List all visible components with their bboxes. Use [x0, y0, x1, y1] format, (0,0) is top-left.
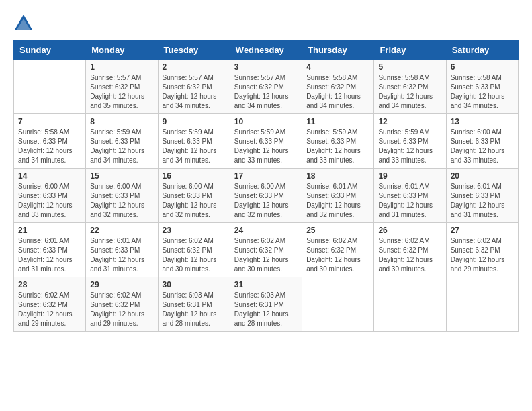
day-number: 23 — [163, 226, 226, 235]
day-header-thursday: Thursday — [302, 41, 374, 60]
day-number: 3 — [234, 62, 298, 72]
day-number: 6 — [451, 62, 514, 72]
calendar-cell: 31Sunrise: 6:03 AMSunset: 6:31 PMDayligh… — [230, 277, 302, 332]
day-number: 18 — [306, 171, 369, 181]
day-header-saturday: Saturday — [446, 41, 518, 60]
calendar-cell: 27Sunrise: 6:02 AMSunset: 6:32 PMDayligh… — [446, 223, 518, 277]
calendar-cell: 10Sunrise: 5:59 AMSunset: 6:33 PMDayligh… — [230, 114, 302, 169]
logo — [13, 13, 36, 34]
cell-daylight-info: Sunrise: 6:03 AMSunset: 6:31 PMDaylight:… — [234, 291, 298, 328]
week-row-4: 21Sunrise: 6:01 AMSunset: 6:33 PMDayligh… — [14, 223, 519, 277]
calendar-cell: 30Sunrise: 6:03 AMSunset: 6:31 PMDayligh… — [158, 277, 230, 332]
logo-icon — [13, 13, 34, 34]
day-number: 8 — [90, 117, 153, 126]
calendar-cell: 28Sunrise: 6:02 AMSunset: 6:32 PMDayligh… — [14, 277, 86, 332]
cell-daylight-info: Sunrise: 6:02 AMSunset: 6:32 PMDaylight:… — [163, 236, 226, 274]
week-row-5: 28Sunrise: 6:02 AMSunset: 6:32 PMDayligh… — [14, 277, 519, 332]
day-number: 19 — [378, 171, 441, 181]
calendar-table: SundayMondayTuesdayWednesdayThursdayFrid… — [13, 40, 519, 332]
cell-daylight-info: Sunrise: 5:59 AMSunset: 6:33 PMDaylight:… — [306, 128, 369, 165]
calendar-cell: 15Sunrise: 6:00 AMSunset: 6:33 PMDayligh… — [86, 169, 158, 223]
cell-daylight-info: Sunrise: 6:01 AMSunset: 6:33 PMDaylight:… — [451, 182, 514, 220]
calendar-cell — [446, 277, 518, 332]
calendar-cell: 19Sunrise: 6:01 AMSunset: 6:33 PMDayligh… — [374, 169, 446, 223]
calendar-cell: 23Sunrise: 6:02 AMSunset: 6:32 PMDayligh… — [158, 223, 230, 277]
cell-daylight-info: Sunrise: 5:59 AMSunset: 6:33 PMDaylight:… — [163, 128, 226, 165]
calendar-cell: 20Sunrise: 6:01 AMSunset: 6:33 PMDayligh… — [446, 169, 518, 223]
cell-daylight-info: Sunrise: 5:59 AMSunset: 6:33 PMDaylight:… — [234, 128, 298, 165]
calendar-cell: 13Sunrise: 6:00 AMSunset: 6:33 PMDayligh… — [446, 114, 518, 169]
day-number: 12 — [378, 117, 441, 126]
cell-daylight-info: Sunrise: 6:00 AMSunset: 6:33 PMDaylight:… — [90, 182, 153, 220]
calendar-cell: 7Sunrise: 5:58 AMSunset: 6:33 PMDaylight… — [14, 114, 86, 169]
cell-daylight-info: Sunrise: 6:00 AMSunset: 6:33 PMDaylight:… — [163, 182, 226, 220]
calendar-header: SundayMondayTuesdayWednesdayThursdayFrid… — [14, 41, 519, 60]
cell-daylight-info: Sunrise: 5:57 AMSunset: 6:32 PMDaylight:… — [163, 73, 226, 111]
calendar-cell — [374, 277, 446, 332]
week-row-2: 7Sunrise: 5:58 AMSunset: 6:33 PMDaylight… — [14, 114, 519, 169]
day-number: 15 — [90, 171, 153, 181]
cell-daylight-info: Sunrise: 6:02 AMSunset: 6:32 PMDaylight:… — [306, 236, 369, 274]
day-number: 9 — [163, 117, 226, 126]
calendar-cell: 12Sunrise: 5:59 AMSunset: 6:33 PMDayligh… — [374, 114, 446, 169]
day-number: 24 — [234, 226, 298, 235]
calendar-cell: 5Sunrise: 5:58 AMSunset: 6:32 PMDaylight… — [374, 60, 446, 114]
cell-daylight-info: Sunrise: 6:01 AMSunset: 6:33 PMDaylight:… — [90, 236, 153, 274]
calendar-cell: 16Sunrise: 6:00 AMSunset: 6:33 PMDayligh… — [158, 169, 230, 223]
calendar-cell: 14Sunrise: 6:00 AMSunset: 6:33 PMDayligh… — [14, 169, 86, 223]
day-number: 30 — [163, 280, 226, 289]
cell-daylight-info: Sunrise: 5:59 AMSunset: 6:33 PMDaylight:… — [90, 128, 153, 165]
day-number: 31 — [234, 280, 298, 289]
cell-daylight-info: Sunrise: 6:02 AMSunset: 6:32 PMDaylight:… — [378, 236, 441, 274]
calendar-cell: 4Sunrise: 5:58 AMSunset: 6:32 PMDaylight… — [302, 60, 374, 114]
cell-daylight-info: Sunrise: 5:58 AMSunset: 6:33 PMDaylight:… — [18, 128, 81, 165]
cell-daylight-info: Sunrise: 5:58 AMSunset: 6:32 PMDaylight:… — [306, 73, 369, 111]
calendar-cell: 6Sunrise: 5:58 AMSunset: 6:33 PMDaylight… — [446, 60, 518, 114]
cell-daylight-info: Sunrise: 6:01 AMSunset: 6:33 PMDaylight:… — [18, 236, 81, 274]
day-header-monday: Monday — [86, 41, 158, 60]
day-number: 5 — [378, 62, 441, 72]
cell-daylight-info: Sunrise: 6:03 AMSunset: 6:31 PMDaylight:… — [163, 291, 226, 328]
day-number: 4 — [306, 62, 369, 72]
day-number: 11 — [306, 117, 369, 126]
cell-daylight-info: Sunrise: 6:02 AMSunset: 6:32 PMDaylight:… — [90, 291, 153, 328]
day-number: 7 — [18, 117, 81, 126]
calendar-cell: 9Sunrise: 5:59 AMSunset: 6:33 PMDaylight… — [158, 114, 230, 169]
day-header-wednesday: Wednesday — [230, 41, 302, 60]
cell-daylight-info: Sunrise: 6:02 AMSunset: 6:32 PMDaylight:… — [18, 291, 81, 328]
day-number: 28 — [18, 280, 81, 289]
day-number: 25 — [306, 226, 369, 235]
calendar-cell: 11Sunrise: 5:59 AMSunset: 6:33 PMDayligh… — [302, 114, 374, 169]
calendar-cell: 25Sunrise: 6:02 AMSunset: 6:32 PMDayligh… — [302, 223, 374, 277]
cell-daylight-info: Sunrise: 5:57 AMSunset: 6:32 PMDaylight:… — [90, 73, 153, 111]
day-number: 21 — [18, 226, 81, 235]
day-number: 2 — [163, 62, 226, 72]
day-number: 22 — [90, 226, 153, 235]
calendar-cell: 29Sunrise: 6:02 AMSunset: 6:32 PMDayligh… — [86, 277, 158, 332]
calendar-cell: 17Sunrise: 6:00 AMSunset: 6:33 PMDayligh… — [230, 169, 302, 223]
calendar-cell: 21Sunrise: 6:01 AMSunset: 6:33 PMDayligh… — [14, 223, 86, 277]
day-number: 26 — [378, 226, 441, 235]
calendar-cell: 26Sunrise: 6:02 AMSunset: 6:32 PMDayligh… — [374, 223, 446, 277]
calendar-body: 1Sunrise: 5:57 AMSunset: 6:32 PMDaylight… — [14, 60, 519, 332]
calendar-cell: 18Sunrise: 6:01 AMSunset: 6:33 PMDayligh… — [302, 169, 374, 223]
cell-daylight-info: Sunrise: 5:58 AMSunset: 6:32 PMDaylight:… — [378, 73, 441, 111]
cell-daylight-info: Sunrise: 6:02 AMSunset: 6:32 PMDaylight:… — [234, 236, 298, 274]
cell-daylight-info: Sunrise: 6:00 AMSunset: 6:33 PMDaylight:… — [234, 182, 298, 220]
week-row-1: 1Sunrise: 5:57 AMSunset: 6:32 PMDaylight… — [14, 60, 519, 114]
day-number: 27 — [451, 226, 514, 235]
day-number: 20 — [451, 171, 514, 181]
day-number: 1 — [90, 62, 153, 72]
cell-daylight-info: Sunrise: 5:57 AMSunset: 6:32 PMDaylight:… — [234, 73, 298, 111]
cell-daylight-info: Sunrise: 5:58 AMSunset: 6:33 PMDaylight:… — [451, 73, 514, 111]
calendar-cell: 2Sunrise: 5:57 AMSunset: 6:32 PMDaylight… — [158, 60, 230, 114]
header — [13, 13, 519, 34]
day-header-sunday: Sunday — [14, 41, 86, 60]
calendar-cell — [14, 60, 86, 114]
day-number: 16 — [163, 171, 226, 181]
day-number: 14 — [18, 171, 81, 181]
calendar-cell: 3Sunrise: 5:57 AMSunset: 6:32 PMDaylight… — [230, 60, 302, 114]
day-number: 10 — [234, 117, 298, 126]
day-number: 29 — [90, 280, 153, 289]
cell-daylight-info: Sunrise: 6:02 AMSunset: 6:32 PMDaylight:… — [451, 236, 514, 274]
